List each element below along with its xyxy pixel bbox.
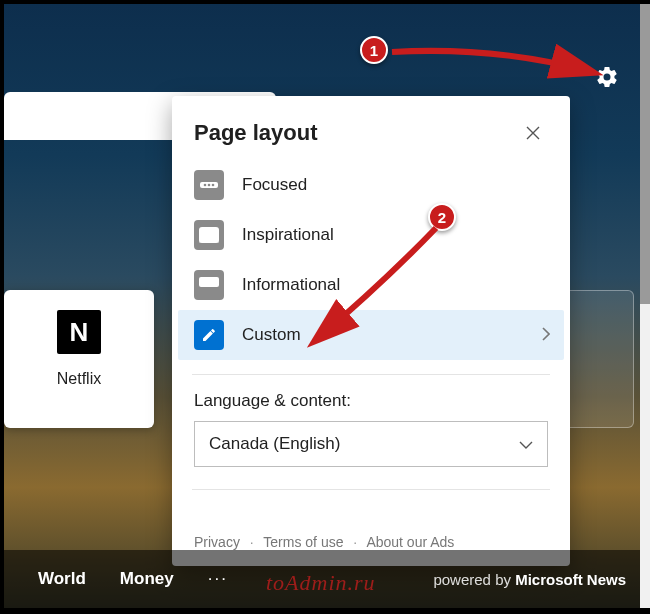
quick-link-label: Netflix [57, 370, 101, 388]
layout-option-label: Custom [242, 325, 301, 345]
language-label: Language & content: [194, 391, 548, 411]
close-icon [526, 126, 540, 140]
svg-point-1 [204, 184, 207, 187]
focused-icon [194, 170, 224, 200]
popup-header: Page layout [172, 96, 570, 156]
language-section: Language & content: Canada (English) [172, 389, 570, 467]
netflix-icon: N [57, 310, 101, 354]
powered-by-label: powered by Microsoft News [433, 571, 626, 588]
page-layout-popup: Page layout Focused Inspirational [172, 96, 570, 566]
layout-option-informational[interactable]: Informational [178, 260, 564, 310]
layout-option-custom[interactable]: Custom [178, 310, 564, 360]
nav-more[interactable]: ··· [208, 569, 228, 589]
custom-icon [194, 320, 224, 350]
gear-icon [595, 65, 619, 89]
layout-options-list: Focused Inspirational Informational Cust… [172, 156, 570, 360]
nav-world[interactable]: World [38, 569, 86, 589]
popup-footer-links: Privacy · Terms of use · About our Ads [172, 534, 570, 550]
terms-link[interactable]: Terms of use [263, 534, 343, 550]
ads-link[interactable]: About our Ads [366, 534, 454, 550]
svg-rect-8 [214, 287, 217, 293]
language-select[interactable]: Canada (English) [194, 421, 548, 467]
news-nav-bar: World Money ··· powered by Microsoft New… [4, 550, 644, 608]
nav-money[interactable]: Money [120, 569, 174, 589]
chevron-right-icon [542, 325, 550, 346]
language-selected-value: Canada (English) [209, 434, 340, 454]
vertical-scrollbar[interactable] [640, 4, 650, 608]
chevron-down-icon [519, 434, 533, 454]
layout-option-label: Inspirational [242, 225, 334, 245]
annotation-arrow-1 [386, 42, 606, 92]
divider [192, 489, 550, 490]
divider [192, 374, 550, 375]
svg-point-2 [208, 184, 211, 187]
svg-rect-7 [201, 287, 204, 293]
popup-title: Page layout [194, 120, 317, 146]
svg-rect-6 [199, 277, 219, 287]
annotation-step-1: 1 [360, 36, 388, 64]
svg-point-5 [203, 230, 207, 234]
privacy-link[interactable]: Privacy [194, 534, 240, 550]
layout-option-inspirational[interactable]: Inspirational [178, 210, 564, 260]
layout-option-label: Informational [242, 275, 340, 295]
informational-icon [194, 270, 224, 300]
layout-option-focused[interactable]: Focused [178, 160, 564, 210]
edge-new-tab-background: N Netflix Page layout Focused [4, 4, 644, 608]
svg-point-3 [212, 184, 215, 187]
layout-option-label: Focused [242, 175, 307, 195]
scroll-thumb[interactable] [640, 4, 650, 304]
quick-link-tile-netflix[interactable]: N Netflix [4, 290, 154, 428]
inspirational-icon [194, 220, 224, 250]
settings-gear-button[interactable] [594, 64, 620, 90]
close-button[interactable] [518, 118, 548, 148]
